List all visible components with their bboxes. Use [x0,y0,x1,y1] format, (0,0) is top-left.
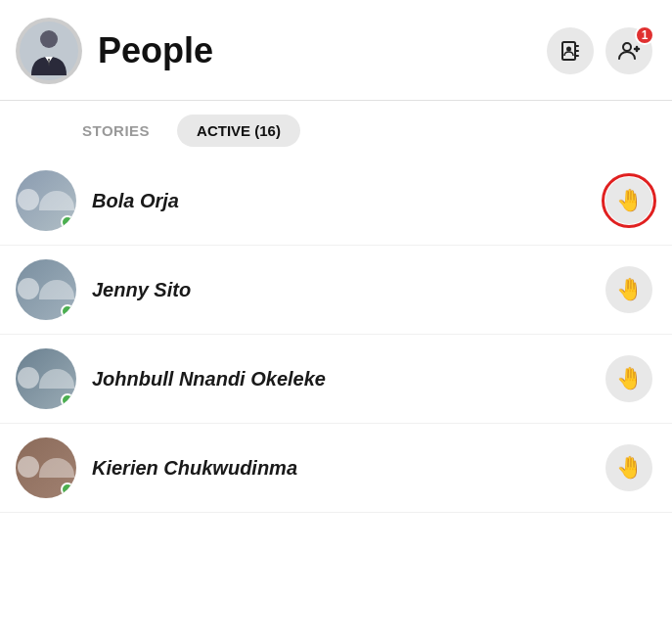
online-indicator [61,215,74,229]
person-name: Bola Orja [92,190,605,212]
person-name: Johnbull Nnandi Okeleke [92,368,605,391]
person-avatar [16,259,76,320]
wave-icon: 🤚 [616,188,643,213]
tab-stories[interactable]: STORIES [78,116,154,145]
svg-point-6 [566,47,571,52]
person-avatar [16,170,76,231]
user-avatar [16,18,82,84]
page-header: People 1 [0,0,672,100]
list-item: Bola Orja 🤚 [0,157,672,246]
wave-button[interactable]: 🤚 [605,266,652,313]
person-avatar [16,437,76,498]
wave-icon: 🤚 [616,455,643,481]
tab-bar: STORIES ACTIVE (16) [0,101,672,157]
wave-button[interactable]: 🤚 [605,355,652,402]
online-indicator [61,483,74,496]
wave-icon: 🤚 [616,277,643,302]
person-avatar [16,348,76,409]
list-item: Kierien Chukwudinma 🤚 [0,424,672,513]
add-person-button[interactable]: 1 [605,27,652,74]
svg-point-1 [40,30,58,48]
tab-active[interactable]: ACTIVE (16) [177,115,300,147]
wave-button[interactable]: 🤚 [605,177,652,224]
svg-point-7 [623,43,631,51]
online-indicator [61,304,74,318]
wave-icon: 🤚 [616,366,643,391]
person-name: Jenny Sito [92,279,605,301]
person-name: Kierien Chukwudinma [92,457,605,480]
list-item: Jenny Sito 🤚 [0,246,672,335]
header-action-icons: 1 [547,27,652,74]
add-person-icon [617,39,641,63]
people-list: Bola Orja 🤚 Jenny Sito 🤚 Johnbull Nnandi… [0,157,672,513]
wave-button[interactable]: 🤚 [605,444,652,491]
notification-badge: 1 [635,25,654,45]
page-title: People [98,30,547,71]
contacts-button[interactable] [547,27,594,74]
online-indicator [61,393,74,407]
list-item: Johnbull Nnandi Okeleke 🤚 [0,335,672,424]
contacts-icon [559,39,582,63]
